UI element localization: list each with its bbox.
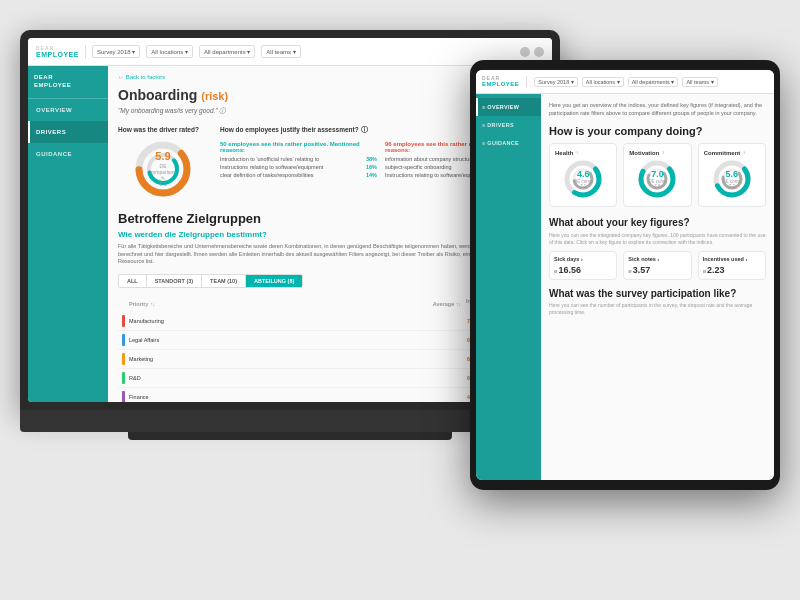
kf-incentives[interactable]: Incentives used › ø2.23	[698, 251, 766, 280]
commitment-donut: 5.6 DE comp7.2	[712, 159, 752, 199]
metric-card-health[interactable]: Health ›	[549, 143, 617, 207]
key-figures-desc: Here you can see the integrated company …	[549, 232, 766, 245]
row-name: Manufacturing	[129, 318, 452, 324]
metric-card-motivation[interactable]: Motivation ›	[623, 143, 691, 207]
driver-rated-label: How was the driver rated?	[118, 126, 208, 133]
metric-chevron: ›	[662, 149, 664, 156]
tablet-filter-team[interactable]: All teams ▾	[682, 77, 717, 87]
row-name: Finance	[129, 394, 452, 400]
driver-donut: 5.9 DE comparison ✎6.1	[133, 139, 193, 199]
filter-dept-label: All departments ▾	[204, 48, 250, 55]
sidebar-item-overview[interactable]: OVERVIEW	[28, 99, 108, 121]
donut-comparison: DE comparison ✎6.1	[148, 163, 178, 187]
filter-tab-standort[interactable]: STANDORT (3)	[147, 275, 202, 287]
row-color-bar	[122, 372, 125, 384]
kf-sick-days-label: Sick days ›	[554, 256, 612, 262]
laptop-foot	[128, 432, 452, 440]
kf-incentives-label: Incentives used ›	[703, 256, 761, 262]
metric-card-commitment[interactable]: Commitment ›	[698, 143, 766, 207]
filter-team-label: All teams ▾	[266, 48, 295, 55]
motivation-value: 7.0 DE comp7.5	[648, 169, 667, 189]
sidebar-logo: DEAREMPLOYEE	[28, 66, 108, 99]
row-color-bar	[122, 391, 125, 402]
health-value: 4.6 DE comp7.1	[574, 169, 593, 189]
sidebar-item-guidance[interactable]: GUIDANCE	[28, 143, 108, 165]
scene: DEAR EMPLOYEE Survey 2018 ▾ All location…	[0, 0, 800, 600]
tablet-topbar: DEAR EMPLOYEE Survey 2018 ▾ All location…	[476, 70, 774, 94]
tablet-device: DEAR EMPLOYEE Survey 2018 ▾ All location…	[470, 60, 780, 490]
filter-survey[interactable]: Survey 2018 ▾	[92, 45, 140, 58]
settings-icon[interactable]	[520, 47, 530, 57]
tablet-nav-guidance[interactable]: ≡ GUIDANCE	[476, 134, 541, 152]
motivation-donut: 7.0 DE comp7.5	[637, 159, 677, 199]
positive-column: 50 employees see this rather positive. M…	[220, 141, 377, 180]
topbar-divider	[85, 45, 86, 59]
donut-value: 5.9	[148, 151, 178, 162]
kf-sick-notes[interactable]: Sick notes › ø3.57	[623, 251, 691, 280]
tablet-screen: DEAR EMPLOYEE Survey 2018 ▾ All location…	[476, 70, 774, 480]
commitment-value: 5.6 DE comp7.2	[723, 169, 742, 189]
kf-sick-days-value: ø16.56	[554, 265, 612, 275]
filter-team[interactable]: All teams ▾	[261, 45, 300, 58]
filter-location-label: All locations ▾	[151, 48, 188, 55]
kf-row: Sick days › ø16.56 Sick notes › ø3.57	[549, 251, 766, 280]
user-icon[interactable]	[534, 47, 544, 57]
topbar-icons	[520, 47, 544, 57]
col-avg-header: Average ↑↓	[432, 301, 462, 307]
row-color-bar	[122, 353, 125, 365]
participation-title: What was the survey participation like?	[549, 288, 766, 299]
tablet-main-content: Here you get an overview of the indices,…	[541, 94, 774, 480]
tablet-filter-dept[interactable]: All departments ▾	[628, 77, 679, 87]
filter-tab-abteilung[interactable]: ABTEILUNG (8)	[246, 275, 302, 287]
filter-dept[interactable]: All departments ▾	[199, 45, 255, 58]
positive-item-2: clear definition of tasks/responsibiliti…	[220, 172, 377, 178]
sidebar-item-drivers[interactable]: DRIVERS	[28, 121, 108, 143]
tablet-intro: Here you get an overview of the indices,…	[549, 102, 766, 117]
row-color-bar	[122, 334, 125, 346]
tablet-section-title: How is your company doing?	[549, 125, 766, 137]
positive-header: 50 employees see this rather positive. M…	[220, 141, 377, 153]
filter-location[interactable]: All locations ▾	[146, 45, 193, 58]
driver-rated-section: How was the driver rated?	[118, 126, 208, 199]
risk-badge: (risk)	[201, 90, 228, 102]
row-name: Legal Affairs	[129, 337, 452, 343]
tablet-filter-location[interactable]: All locations ▾	[582, 77, 624, 87]
filter-survey-label: Survey 2018 ▾	[97, 48, 135, 55]
tablet-content: ≡ OVERVIEW ≡ DRIVERS ≡ GUIDANCE Here you…	[476, 94, 774, 480]
positive-item-0: Introduction to 'unofficial rules' relat…	[220, 156, 377, 162]
tablet-logo: DEAR EMPLOYEE	[482, 76, 519, 87]
tablet-divider	[526, 76, 527, 88]
tablet-filter-survey[interactable]: Survey 2018 ▾	[534, 77, 577, 87]
row-name: Marketing	[129, 356, 452, 362]
kf-sick-notes-value: ø3.57	[628, 265, 686, 275]
laptop-sidebar: DEAREMPLOYEE OVERVIEW DRIVERS GUIDANCE	[28, 66, 108, 402]
laptop-logo: DEAR EMPLOYEE	[36, 46, 79, 58]
tablet-nav-drivers[interactable]: ≡ DRIVERS	[476, 116, 541, 134]
key-figures-title: What about your key figures?	[549, 217, 766, 228]
metrics-row: Health ›	[549, 143, 766, 207]
page-title: Onboarding (risk)	[118, 87, 228, 103]
filter-tabs: ALL STANDORT (3) TEAM (10) ABTEILUNG (8)	[118, 274, 303, 288]
filter-tab-all[interactable]: ALL	[119, 275, 147, 287]
metric-chevron: ›	[576, 149, 578, 156]
metric-title-motivation: Motivation ›	[629, 149, 685, 156]
metric-title-commitment: Commitment ›	[704, 149, 760, 156]
positive-item-1: Instructions relating to software/equipm…	[220, 164, 377, 170]
metric-title-health: Health ›	[555, 149, 611, 156]
kf-sick-days[interactable]: Sick days › ø16.56	[549, 251, 617, 280]
health-donut: 4.6 DE comp7.1	[563, 159, 603, 199]
row-name: R&D	[129, 375, 452, 381]
col-priority-header: Priority ↑↓	[129, 301, 428, 307]
kf-sick-notes-label: Sick notes ›	[628, 256, 686, 262]
metric-chevron: ›	[743, 149, 745, 156]
filter-tab-team[interactable]: TEAM (10)	[202, 275, 246, 287]
participation-desc: Here you can see the number of participa…	[549, 302, 766, 315]
kf-incentives-value: ø2.23	[703, 265, 761, 275]
tablet-frame: DEAR EMPLOYEE Survey 2018 ▾ All location…	[470, 60, 780, 490]
tablet-sidebar: ≡ OVERVIEW ≡ DRIVERS ≡ GUIDANCE	[476, 94, 541, 480]
donut-center: 5.9 DE comparison ✎6.1	[148, 151, 178, 187]
tablet-nav-overview[interactable]: ≡ OVERVIEW	[476, 98, 541, 116]
row-color-bar	[122, 315, 125, 327]
